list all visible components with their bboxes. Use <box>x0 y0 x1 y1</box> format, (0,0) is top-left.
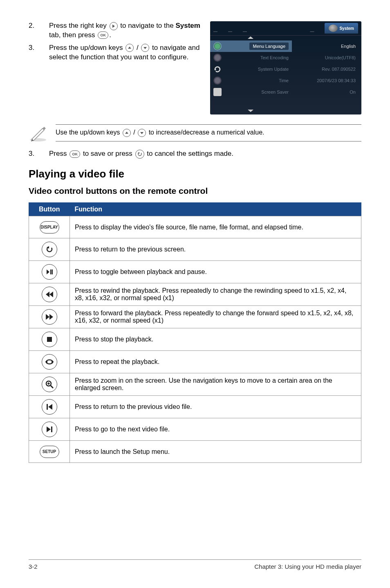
update-icon <box>213 65 222 73</box>
rewind-button-icon <box>42 287 57 302</box>
down-key-icon <box>141 44 149 52</box>
step-2-text: Press the right key to navigate to the S… <box>49 21 206 40</box>
encoding-icon <box>213 54 222 62</box>
stop-button-icon <box>42 332 57 347</box>
svg-marker-1 <box>128 47 131 49</box>
svg-marker-13 <box>46 292 49 297</box>
down-key-icon <box>138 129 146 137</box>
svg-rect-23 <box>47 404 48 410</box>
video-control-table: Button Function DISPLAY Press to display… <box>29 202 361 463</box>
svg-marker-9 <box>47 269 49 274</box>
page-number: 3-2 <box>29 563 38 570</box>
step-number: 3. <box>29 150 49 159</box>
note-text: Use the up/down keys / to increase/decre… <box>56 124 361 141</box>
ok-button-icon: OK <box>69 150 80 158</box>
menu-row-highlighted: Menu Language <box>210 40 292 52</box>
svg-rect-11 <box>52 269 53 274</box>
display-button-icon: DISPLAY <box>40 221 59 233</box>
forward-button-icon <box>42 309 57 325</box>
screensaver-icon <box>213 88 222 96</box>
svg-marker-15 <box>49 314 53 320</box>
up-key-icon <box>126 44 134 52</box>
svg-marker-25 <box>47 426 51 432</box>
step-3-text: Press the up/down keys / to navigate and… <box>49 43 206 62</box>
svg-marker-0 <box>112 25 115 28</box>
globe-icon <box>213 42 222 50</box>
table-row: DISPLAY Press to display the video's fil… <box>29 216 361 238</box>
next-button-icon <box>42 422 57 437</box>
table-row: Press to stop the playback. <box>29 328 361 351</box>
heading-video-controls: Video control buttons on the remote cont… <box>29 186 361 196</box>
system-screenshot: ——— — System Menu Language <box>210 21 361 114</box>
step-3b-text: Press OK to save or press to cancel the … <box>49 150 233 159</box>
back-icon <box>135 150 144 159</box>
table-row: Press to zoom in on the screen. Use the … <box>29 373 361 396</box>
table-row: Press to go to the next video file. <box>29 418 361 441</box>
zoom-button-icon <box>42 377 57 392</box>
chapter-title: Chapter 3: Using your HD media player <box>254 563 361 570</box>
repeat-button-icon <box>42 354 57 370</box>
table-row: Press to repeat the playback. <box>29 351 361 373</box>
ok-button-icon: OK <box>98 31 108 39</box>
table-row: Press to forward the playback. Press rep… <box>29 306 361 328</box>
svg-marker-12 <box>49 292 53 297</box>
svg-rect-16 <box>47 337 52 342</box>
table-row: Press to return to the previous video fi… <box>29 396 361 418</box>
table-row: Press to return to the previous screen. <box>29 238 361 261</box>
svg-line-22 <box>51 386 53 388</box>
svg-marker-5 <box>125 132 128 134</box>
th-button: Button <box>29 203 70 216</box>
up-key-icon <box>123 129 131 137</box>
heading-playing-video: Playing a video file <box>29 168 361 180</box>
prev-button-icon <box>42 399 57 415</box>
table-row: Press to toggle between playback and pau… <box>29 261 361 283</box>
th-function: Function <box>70 203 361 216</box>
tab-system: System <box>325 23 358 34</box>
svg-rect-10 <box>50 269 52 274</box>
step-number: 3. <box>29 43 49 62</box>
svg-marker-14 <box>46 314 49 320</box>
clock-icon <box>213 76 222 85</box>
svg-marker-2 <box>143 47 147 49</box>
right-key-icon <box>110 22 118 30</box>
setup-button-icon: SETUP <box>40 446 59 458</box>
table-row: Press to rewind the playback. Press repe… <box>29 283 361 306</box>
svg-marker-6 <box>140 132 143 134</box>
back-button-icon <box>42 242 57 257</box>
table-row: SETUP Press to launch the Setup menu. <box>29 441 361 463</box>
svg-rect-26 <box>51 426 52 432</box>
play-pause-button-icon <box>42 264 57 280</box>
svg-marker-3 <box>214 69 216 71</box>
pencil-note-icon <box>29 123 47 142</box>
svg-marker-24 <box>48 404 52 410</box>
step-number: 2. <box>29 21 49 40</box>
